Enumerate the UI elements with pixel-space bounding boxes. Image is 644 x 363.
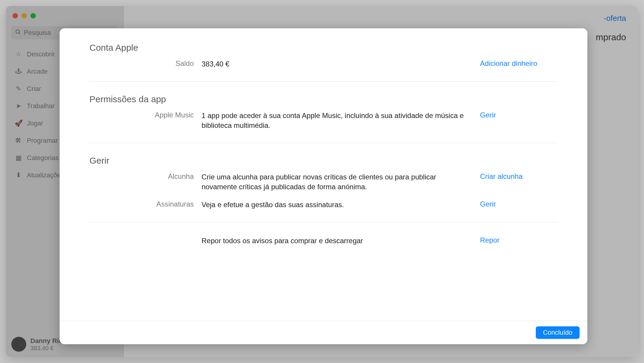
row-label: Apple Music: [89, 111, 194, 119]
done-button[interactable]: Concluído: [536, 326, 580, 339]
add-money-link[interactable]: Adicionar dinheiro: [480, 59, 537, 67]
section-title: Gerir: [89, 156, 558, 166]
row-subscriptions: Assinaturas Veja e efetue a gestão das s…: [89, 200, 558, 210]
section-app-permissions: Permissões da app Apple Music 1 app pode…: [89, 81, 558, 143]
row-label: Alcunha: [89, 172, 194, 181]
section-reset: Repor todos os avisos para comprar e des…: [89, 222, 558, 258]
row-label: Saldo: [89, 59, 194, 68]
create-nickname-link[interactable]: Criar alcunha: [480, 172, 523, 180]
manage-subscriptions-link[interactable]: Gerir: [480, 200, 496, 208]
app-window: Pesquisa ☆ Descobrir 🕹 Arcade ✎ Criar ➤ …: [6, 6, 638, 357]
row-reset-warnings: Repor todos os avisos para comprar e des…: [89, 236, 558, 246]
row-value: Veja e efetue a gestão das suas assinatu…: [202, 200, 472, 210]
section-apple-account: Conta Apple Saldo 383,40 € Adicionar din…: [89, 43, 558, 81]
section-manage: Gerir Alcunha Crie uma alcunha para publ…: [89, 143, 558, 222]
modal-body: Conta Apple Saldo 383,40 € Adicionar din…: [60, 28, 587, 321]
row-value: 1 app pode aceder à sua conta Apple Musi…: [202, 111, 472, 130]
row-value: 383,40 €: [202, 59, 472, 69]
section-title: Conta Apple: [89, 43, 558, 53]
section-title: Permissões da app: [89, 94, 558, 104]
row-balance: Saldo 383,40 € Adicionar dinheiro: [89, 59, 558, 69]
row-nickname: Alcunha Crie uma alcunha para publicar n…: [89, 172, 558, 192]
row-apple-music: Apple Music 1 app pode aceder à sua cont…: [89, 111, 558, 130]
row-value: Repor todos os avisos para comprar e des…: [202, 236, 472, 246]
account-settings-modal: Conta Apple Saldo 383,40 € Adicionar din…: [60, 28, 587, 344]
row-value: Crie uma alcunha para publicar novas crí…: [202, 172, 472, 192]
reset-warnings-link[interactable]: Repor: [480, 236, 499, 244]
row-label: Assinaturas: [89, 200, 194, 208]
modal-footer: Concluído: [60, 321, 587, 344]
manage-apple-music-link[interactable]: Gerir: [480, 111, 496, 119]
